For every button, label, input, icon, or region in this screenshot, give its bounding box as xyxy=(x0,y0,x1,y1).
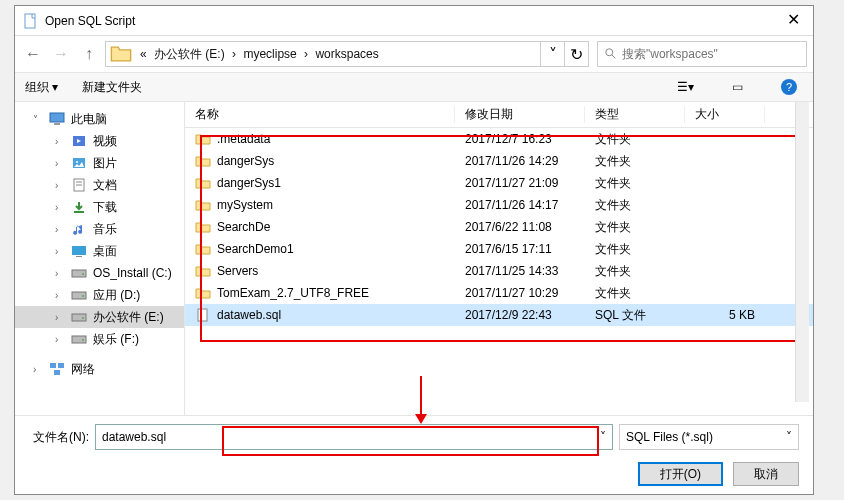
col-date[interactable]: 修改日期 xyxy=(455,106,585,123)
drive-icon xyxy=(71,178,87,192)
chevron-down-icon[interactable]: ˅ xyxy=(600,430,606,444)
folder-row[interactable]: TomExam_2.7_UTF8_FREE2017/11/27 10:29文件夹 xyxy=(185,282,813,304)
folder-row[interactable]: SearchDemo12017/6/15 17:11文件夹 xyxy=(185,238,813,260)
folder-icon xyxy=(110,43,132,65)
search-box[interactable] xyxy=(597,41,807,67)
svg-rect-3 xyxy=(50,113,64,122)
search-input[interactable] xyxy=(622,47,806,61)
tree-item[interactable]: ›桌面 xyxy=(15,240,184,262)
svg-rect-13 xyxy=(76,256,82,257)
tree-item[interactable]: ›OS_Install (C:) xyxy=(15,262,184,284)
drive-icon xyxy=(71,266,87,280)
drive-icon xyxy=(71,200,87,214)
tree-item[interactable]: ›娱乐 (F:) xyxy=(15,328,184,350)
pc-icon xyxy=(49,112,65,126)
svg-rect-22 xyxy=(50,363,56,368)
folder-icon xyxy=(195,220,211,234)
open-file-dialog: Open SQL Script ✕ ← → ↑ « 办公软件 (E:) › my… xyxy=(14,5,814,495)
refresh-button[interactable]: ↻ xyxy=(564,42,588,66)
drive-icon xyxy=(71,222,87,236)
drive-icon xyxy=(71,134,87,148)
vertical-scrollbar[interactable] xyxy=(795,102,809,402)
chevron-down-icon[interactable]: ˅ xyxy=(786,430,792,444)
network-icon xyxy=(49,362,65,376)
close-button[interactable]: ✕ xyxy=(773,6,813,35)
filename-input[interactable]: dataweb.sql˅ xyxy=(95,424,613,450)
col-name[interactable]: 名称 xyxy=(185,106,455,123)
col-size[interactable]: 大小 xyxy=(685,106,765,123)
organize-menu[interactable]: 组织 ▾ xyxy=(25,79,58,96)
svg-rect-18 xyxy=(72,314,86,321)
open-button[interactable]: 打开(O) xyxy=(638,462,723,486)
tree-item[interactable]: ›应用 (D:) xyxy=(15,284,184,306)
tree-network[interactable]: › 网络 xyxy=(15,358,184,380)
svg-rect-0 xyxy=(25,14,35,28)
svg-rect-14 xyxy=(72,270,86,277)
svg-rect-25 xyxy=(198,309,207,321)
svg-rect-12 xyxy=(72,246,86,255)
file-icon xyxy=(195,308,211,322)
drive-icon xyxy=(71,332,87,346)
titlebar: Open SQL Script ✕ xyxy=(15,6,813,36)
folder-row[interactable]: mySystem2017/11/26 14:17文件夹 xyxy=(185,194,813,216)
folder-icon xyxy=(195,264,211,278)
folder-icon xyxy=(195,286,211,300)
address-bar[interactable]: « 办公软件 (E:) › myeclipse › workspaces ˅ ↻ xyxy=(105,41,589,67)
back-button[interactable]: ← xyxy=(21,42,45,66)
tree-item[interactable]: ›办公软件 (E:) xyxy=(15,306,184,328)
folder-row[interactable]: dangerSys12017/11/27 21:09文件夹 xyxy=(185,172,813,194)
folder-row[interactable]: dangerSys2017/11/26 14:29文件夹 xyxy=(185,150,813,172)
column-headers: 名称 修改日期 类型 大小 xyxy=(185,102,813,128)
svg-rect-16 xyxy=(72,292,86,299)
new-folder-button[interactable]: 新建文件夹 xyxy=(82,79,142,96)
file-row[interactable]: dataweb.sql2017/12/9 22:43SQL 文件5 KB xyxy=(185,304,813,326)
folder-icon xyxy=(195,154,211,168)
window-title: Open SQL Script xyxy=(45,14,773,28)
svg-rect-23 xyxy=(58,363,64,368)
tree-this-pc[interactable]: ˅ 此电脑 xyxy=(15,108,184,130)
help-button[interactable]: ? xyxy=(775,75,803,99)
svg-point-19 xyxy=(82,317,84,319)
folder-row[interactable]: .metadata2017/12/7 16:23文件夹 xyxy=(185,128,813,150)
tree-item[interactable]: ›图片 xyxy=(15,152,184,174)
svg-point-7 xyxy=(76,161,78,163)
view-options-button[interactable]: ☰▾ xyxy=(671,75,699,99)
svg-rect-24 xyxy=(54,370,60,375)
tree-item[interactable]: ›下载 xyxy=(15,196,184,218)
tree-item[interactable]: ›文档 xyxy=(15,174,184,196)
folder-row[interactable]: SearchDe2017/6/22 11:08文件夹 xyxy=(185,216,813,238)
file-list: 名称 修改日期 类型 大小 .metadata2017/12/7 16:23文件… xyxy=(185,102,813,415)
up-button[interactable]: ↑ xyxy=(77,42,101,66)
svg-line-2 xyxy=(612,55,616,59)
bottom-panel: 文件名(N): dataweb.sql˅ SQL Files (*.sql)˅ … xyxy=(15,415,813,494)
svg-rect-20 xyxy=(72,336,86,343)
navigation-bar: ← → ↑ « 办公软件 (E:) › myeclipse › workspac… xyxy=(15,36,813,72)
folder-icon xyxy=(195,242,211,256)
drive-icon xyxy=(71,310,87,324)
tree-item[interactable]: ›音乐 xyxy=(15,218,184,240)
folder-row[interactable]: Servers2017/11/25 14:33文件夹 xyxy=(185,260,813,282)
svg-rect-4 xyxy=(54,123,60,125)
tree-item[interactable]: ›视频 xyxy=(15,130,184,152)
file-filter-dropdown[interactable]: SQL Files (*.sql)˅ xyxy=(619,424,799,450)
svg-point-21 xyxy=(82,339,84,341)
folder-icon xyxy=(195,198,211,212)
sql-file-icon xyxy=(23,13,39,29)
cancel-button[interactable]: 取消 xyxy=(733,462,799,486)
toolbar: 组织 ▾ 新建文件夹 ☰▾ ▭ ? xyxy=(15,72,813,102)
col-type[interactable]: 类型 xyxy=(585,106,685,123)
svg-point-1 xyxy=(606,49,613,56)
breadcrumb[interactable]: « 办公软件 (E:) › myeclipse › workspaces xyxy=(136,46,540,63)
drive-icon xyxy=(71,288,87,302)
preview-pane-button[interactable]: ▭ xyxy=(723,75,751,99)
forward-button[interactable]: → xyxy=(49,42,73,66)
search-icon xyxy=(604,47,618,61)
folder-icon xyxy=(195,176,211,190)
sidebar-tree: ˅ 此电脑 ›视频›图片›文档›下载›音乐›桌面›OS_Install (C:)… xyxy=(15,102,185,415)
address-dropdown-icon[interactable]: ˅ xyxy=(540,42,564,66)
filename-label: 文件名(N): xyxy=(29,429,89,446)
svg-point-15 xyxy=(82,273,84,275)
drive-icon xyxy=(71,244,87,258)
svg-point-17 xyxy=(82,295,84,297)
drive-icon xyxy=(71,156,87,170)
